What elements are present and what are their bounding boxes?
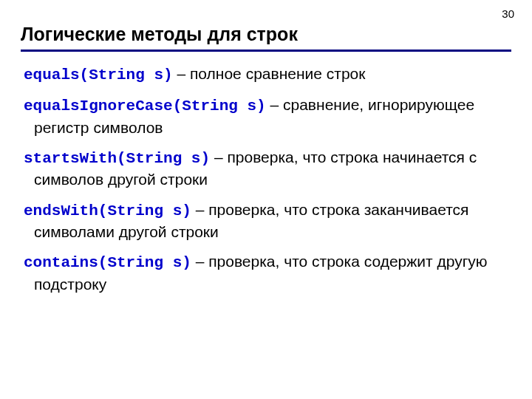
method-code: startsWith(String s): [24, 150, 210, 167]
page-number: 30: [502, 7, 514, 20]
list-item: equalsIgnoreCase(String s) – сравнение, …: [24, 95, 511, 138]
list-item: startsWith(String s) – проверка, что стр…: [24, 147, 511, 191]
method-code: contains(String s): [24, 254, 191, 271]
list-item: equals(String s) – полное сравнение стро…: [24, 64, 511, 86]
slide-title: Логические методы для строк: [21, 24, 511, 52]
content-area: equals(String s) – полное сравнение стро…: [21, 64, 511, 295]
list-item: endsWith(String s) – проверка, что строк…: [24, 200, 511, 243]
method-code: endsWith(String s): [24, 202, 191, 219]
method-desc: – полное сравнение строк: [173, 65, 366, 82]
list-item: contains(String s) – проверка, что строк…: [24, 251, 511, 295]
method-code: equalsIgnoreCase(String s): [24, 98, 266, 115]
method-code: equals(String s): [24, 66, 173, 83]
